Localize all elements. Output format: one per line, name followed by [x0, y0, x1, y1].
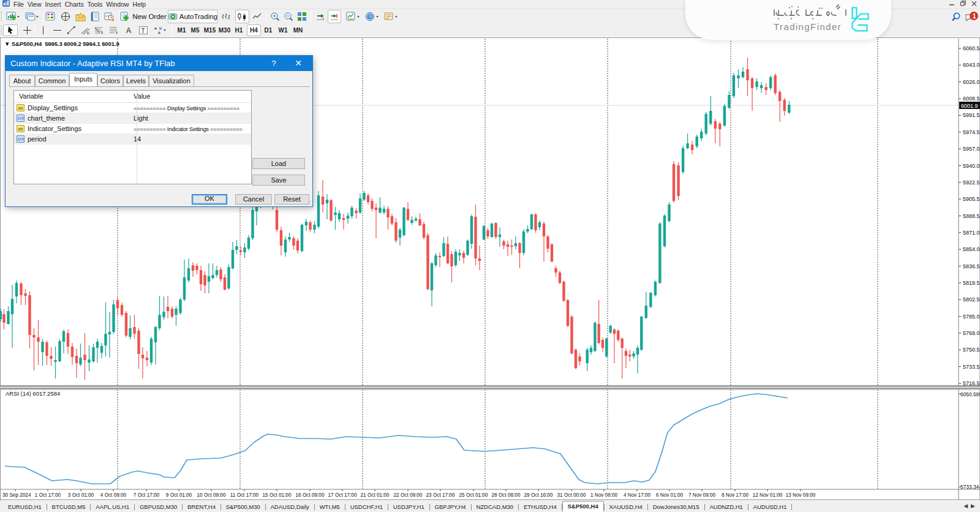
- svg-text:12 Nov 01:00: 12 Nov 01:00: [753, 492, 783, 498]
- svg-text:23 Oct 17:00: 23 Oct 17:00: [426, 492, 455, 498]
- svg-text:10 Oct 09:00: 10 Oct 09:00: [197, 492, 226, 498]
- svg-text:21 Oct 01:00: 21 Oct 01:00: [361, 492, 390, 498]
- svg-text:22 Oct 09:00: 22 Oct 09:00: [394, 492, 423, 498]
- svg-text:15 Oct 01:00: 15 Oct 01:00: [263, 492, 292, 498]
- svg-text:F: F: [116, 31, 118, 35]
- svg-text:A: A: [126, 26, 131, 35]
- svg-text:28 Oct 08:00: 28 Oct 08:00: [492, 492, 521, 498]
- svg-text:1 Nov 08:00: 1 Nov 08:00: [590, 492, 618, 498]
- svg-text:5733.5: 5733.5: [963, 364, 980, 370]
- svg-text:17 Oct 17:00: 17 Oct 17:00: [328, 492, 357, 498]
- svg-text:5871.0: 5871.0: [963, 230, 980, 236]
- svg-text:6001.9: 6001.9: [961, 103, 978, 109]
- svg-text:6050.595: 6050.595: [960, 391, 980, 397]
- svg-text:6026.0: 6026.0: [963, 79, 980, 85]
- svg-text:5957.0: 5957.0: [963, 146, 980, 152]
- svg-text:25 Oct 01:00: 25 Oct 01:00: [459, 492, 488, 498]
- svg-text:5819.5: 5819.5: [963, 280, 980, 286]
- svg-text:13 Nov 09:00: 13 Nov 09:00: [786, 492, 816, 498]
- svg-text:5750.5: 5750.5: [963, 347, 980, 353]
- svg-text:5905.5: 5905.5: [963, 196, 980, 202]
- svg-text:5922.5: 5922.5: [963, 179, 980, 186]
- svg-text:3 Oct 01:00: 3 Oct 01:00: [68, 492, 94, 498]
- svg-text:1 Oct 17:00: 1 Oct 17:00: [35, 492, 61, 498]
- svg-text:TradingFinder: TradingFinder: [774, 21, 842, 32]
- svg-text:T: T: [141, 28, 145, 34]
- svg-text:6 Nov 01:00: 6 Nov 01:00: [656, 492, 684, 498]
- svg-text:6060.5: 6060.5: [963, 45, 980, 51]
- svg-text:E: E: [87, 31, 89, 35]
- svg-text:5836.5: 5836.5: [963, 263, 980, 269]
- svg-text:9 Oct 01:00: 9 Oct 01:00: [166, 492, 192, 498]
- svg-text:6008.5: 6008.5: [963, 96, 980, 102]
- svg-text:16 Oct 09:00: 16 Oct 09:00: [296, 492, 325, 498]
- svg-text:30 Sep 2024: 30 Sep 2024: [2, 492, 31, 498]
- svg-text:5802.5: 5802.5: [963, 296, 980, 303]
- svg-text:F: F: [101, 31, 104, 35]
- svg-text:ARSI (14) 6017.2584: ARSI (14) 6017.2584: [6, 390, 60, 397]
- svg-text:7 Oct 17:00: 7 Oct 17:00: [134, 492, 160, 498]
- svg-text:8 Nov 17:00: 8 Nov 17:00: [722, 492, 749, 498]
- svg-text:5974.5: 5974.5: [963, 129, 980, 135]
- svg-text:5768.0: 5768.0: [963, 330, 980, 336]
- svg-text:5854.0: 5854.0: [963, 246, 980, 252]
- svg-text:5940.0: 5940.0: [963, 163, 980, 169]
- svg-text:11 Oct 17:00: 11 Oct 17:00: [230, 492, 259, 498]
- svg-text:5888.5: 5888.5: [963, 213, 980, 219]
- svg-text:7 Nov 09:00: 7 Nov 09:00: [688, 492, 716, 498]
- svg-text:5991.5: 5991.5: [963, 112, 980, 118]
- svg-text:31 Oct 00:00: 31 Oct 00:00: [557, 492, 586, 498]
- svg-text:1: 1: [973, 12, 976, 20]
- svg-text:4 Nov 17:00: 4 Nov 17:00: [624, 492, 651, 498]
- svg-text:29 Oct 16:00: 29 Oct 16:00: [524, 492, 553, 498]
- svg-text:4 Oct 09:00: 4 Oct 09:00: [100, 492, 127, 498]
- svg-text:6043.0: 6043.0: [963, 62, 980, 68]
- svg-text:5785.0: 5785.0: [963, 314, 980, 320]
